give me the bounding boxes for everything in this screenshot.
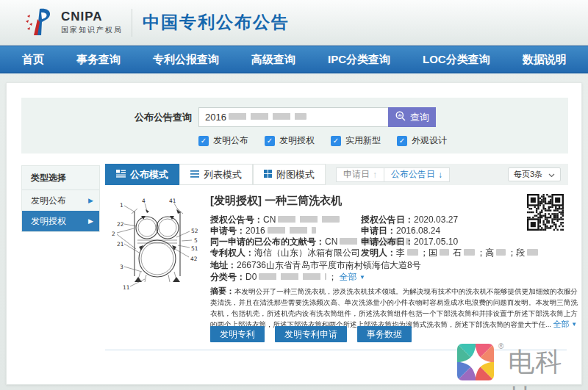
filter-invention-publication[interactable]: ✓ 发明公布 bbox=[198, 134, 248, 147]
filter-invention-grant[interactable]: ✓ 发明授权 bbox=[265, 134, 315, 147]
figure-label: 21 bbox=[117, 241, 124, 248]
inventors: 发明人：李；国 石；高；段 bbox=[361, 248, 539, 259]
pinwheel-logo-icon bbox=[457, 344, 494, 383]
search-label: 公布公告查询 bbox=[21, 111, 198, 124]
figure-label: 41 bbox=[169, 198, 176, 204]
invention-patent-button[interactable]: 发明专利 bbox=[210, 326, 265, 342]
assignee-address: 266736山东省青岛市平度市南村镇海信大道8号 bbox=[237, 260, 421, 270]
classification-expand-link[interactable]: 全部 bbox=[340, 272, 357, 282]
search-button-label: 查询 bbox=[410, 111, 429, 124]
nav-data-description[interactable]: 数据说明 bbox=[523, 53, 567, 67]
sort-by-application-date[interactable]: 申请日 ↑ bbox=[337, 168, 384, 181]
header-divider bbox=[132, 9, 132, 37]
abstract-expand-link[interactable]: 全部 bbox=[553, 319, 570, 328]
patent-title[interactable]: [发明授权] 一种三筒洗衣机 bbox=[210, 194, 578, 208]
nav-transaction-query[interactable]: 事务查询 bbox=[76, 53, 121, 67]
results-toolbar: 公布模式 列表模式 附图模式 bbox=[105, 164, 568, 185]
nav-home[interactable]: 首页 bbox=[22, 53, 44, 67]
figure-label: 5 bbox=[194, 237, 198, 244]
detail-list-icon bbox=[116, 169, 126, 180]
arrow-up-icon: ↑ bbox=[373, 170, 377, 180]
sidebar-item-invention-publication[interactable]: 发明公布 ▶ bbox=[22, 190, 99, 211]
figure-label: 3 bbox=[120, 264, 123, 270]
chevron-right-icon: ▶ bbox=[88, 217, 93, 225]
nav-loc-query[interactable]: LOC分类查询 bbox=[423, 53, 490, 67]
checkbox-checked-icon[interactable]: ✓ bbox=[397, 136, 407, 146]
transaction-data-button[interactable]: 事务数据 bbox=[357, 326, 412, 342]
redacted-text bbox=[278, 216, 340, 223]
magnifier-icon bbox=[395, 110, 406, 124]
redacted-text bbox=[229, 113, 306, 120]
patent-drawing: 1 4 41 22 2 21 52 5 51 42 3 11 bbox=[108, 195, 204, 294]
chevron-down-icon bbox=[548, 170, 555, 179]
publication-date: 2017.05.10 bbox=[414, 236, 458, 247]
brand-name: 电科技 bbox=[508, 344, 588, 390]
assignee-name: 海信（山东）冰箱有限公司 bbox=[254, 248, 360, 258]
sidebar-title: 类型选择 bbox=[22, 166, 99, 190]
search-input[interactable]: 2016 bbox=[198, 107, 388, 127]
cnipa-logo: CNIPA 国家知识产权局 bbox=[25, 4, 123, 41]
patent-details: [发明授权] 一种三筒洗衣机 授权公告号：CN 授权公告日：2020.03.27… bbox=[210, 194, 578, 330]
tab-publication-mode[interactable]: 公布模式 bbox=[105, 164, 179, 185]
figure-label: 11 bbox=[123, 284, 130, 291]
arrow-down-icon: ↓ bbox=[438, 170, 442, 180]
tab-list-mode[interactable]: 列表模式 bbox=[179, 164, 253, 185]
search-input-value: 2016 bbox=[205, 112, 226, 123]
content-card: 公布公告查询 2016 查询 ✓ bbox=[6, 82, 582, 385]
sort-by-publication-date[interactable]: 公布公告日 ↓ bbox=[384, 168, 449, 181]
registered-mark: ® bbox=[498, 342, 503, 350]
main-nav: 首页 事务查询 专利公报查询 高级查询 IPC分类查询 LOC分类查询 数据说明… bbox=[0, 46, 588, 73]
nav-advanced-query[interactable]: 高级查询 bbox=[251, 53, 295, 67]
page-title: 中国专利公布公告 bbox=[143, 11, 290, 34]
figure-label: 42 bbox=[190, 256, 198, 262]
nav-gazette-query[interactable]: 专利公报查询 bbox=[153, 53, 219, 67]
action-buttons: 发明专利 发明专利申请 事务数据 bbox=[210, 326, 412, 342]
figure-label: 4 bbox=[142, 198, 146, 204]
type-sidebar: 类型选择 发明公布 ▶ 发明授权 ▶ bbox=[21, 165, 100, 232]
checkbox-checked-icon[interactable]: ✓ bbox=[265, 136, 275, 146]
site-header: CNIPA 国家知识产权局 中国专利公布公告 bbox=[0, 0, 588, 46]
invention-application-button[interactable]: 发明专利申请 bbox=[275, 326, 347, 342]
figure-label: 1 bbox=[120, 202, 123, 209]
application-date: 2016.08.24 bbox=[396, 225, 440, 236]
checkbox-checked-icon[interactable]: ✓ bbox=[331, 136, 341, 146]
search-panel: 公布公告查询 2016 查询 ✓ bbox=[21, 98, 568, 154]
figure-label: 51 bbox=[191, 245, 198, 252]
filter-utility-model[interactable]: ✓ 实用新型 bbox=[331, 134, 381, 147]
figure-label: 2 bbox=[112, 231, 115, 237]
list-icon bbox=[190, 169, 199, 180]
sidebar-item-invention-grant[interactable]: 发明授权 ▶ bbox=[22, 211, 99, 231]
patent-abstract: 摘要：本发明公开了一种三筒洗衣机，涉及洗衣机技术领域。为解决现有技术中的洗衣机不… bbox=[210, 286, 578, 330]
footer-brand: ® 电科技 bbox=[457, 344, 588, 390]
nav-ipc-query[interactable]: IPC分类查询 bbox=[328, 53, 390, 67]
redacted-text bbox=[259, 273, 326, 280]
figure-label: 22 bbox=[117, 221, 124, 228]
grid-icon bbox=[264, 169, 272, 180]
page-size-select[interactable]: 每页3条 bbox=[508, 167, 561, 181]
sort-group: 申请日 ↑ 公布公告日 ↓ bbox=[336, 167, 450, 182]
cnipa-agency-name: 国家知识产权局 bbox=[61, 25, 123, 35]
redacted-text bbox=[268, 227, 316, 234]
tab-figure-mode[interactable]: 附图模式 bbox=[253, 164, 326, 185]
patent-result-item: 1 4 41 22 2 21 52 5 51 42 3 11 [发明授权] 一种… bbox=[105, 194, 568, 350]
filter-design[interactable]: ✓ 外观设计 bbox=[397, 134, 447, 147]
results-area: 公布模式 列表模式 附图模式 bbox=[105, 164, 568, 350]
search-button[interactable]: 查询 bbox=[388, 107, 436, 127]
figure-label: 52 bbox=[191, 228, 198, 234]
grant-date: 2020.03.27 bbox=[414, 214, 458, 225]
chevron-right-icon: ▶ bbox=[88, 197, 93, 204]
triangle-down-icon: ▼ bbox=[359, 274, 365, 281]
cnipa-emblem-icon bbox=[25, 4, 56, 41]
triangle-down-icon: ▼ bbox=[571, 321, 577, 328]
type-filter-row: ✓ 发明公布 ✓ 发明授权 ✓ 实用新型 ✓ 外观设计 bbox=[198, 134, 568, 147]
cnipa-logo-text: CNIPA bbox=[61, 10, 123, 24]
checkbox-checked-icon[interactable]: ✓ bbox=[198, 136, 209, 146]
